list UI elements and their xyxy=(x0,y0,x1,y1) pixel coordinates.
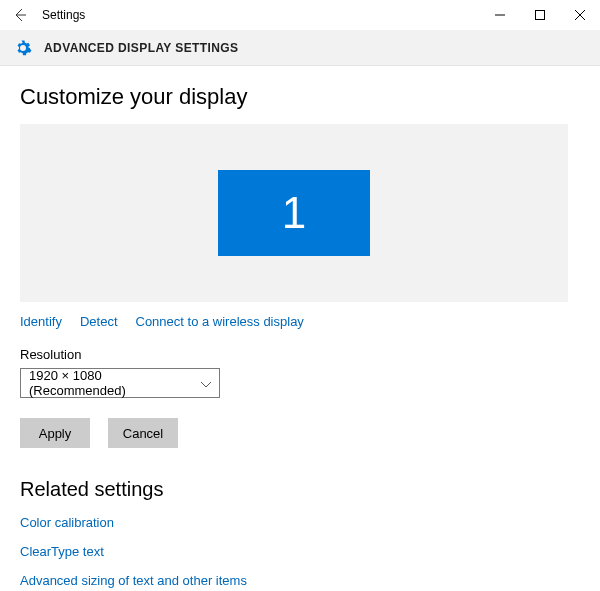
gear-icon xyxy=(14,39,32,57)
window-title: Settings xyxy=(42,8,85,22)
header-strip: ADVANCED DISPLAY SETTINGS xyxy=(0,30,600,66)
window-controls xyxy=(480,0,600,30)
maximize-button[interactable] xyxy=(520,0,560,30)
resolution-select[interactable]: 1920 × 1080 (Recommended) xyxy=(20,368,220,398)
apply-button[interactable]: Apply xyxy=(20,418,90,448)
page-header-title: ADVANCED DISPLAY SETTINGS xyxy=(44,41,238,55)
monitor-1[interactable]: 1 xyxy=(218,170,370,256)
back-button[interactable] xyxy=(8,3,32,27)
main-content: Customize your display 1 Identify Detect… xyxy=(0,66,600,591)
display-preview: 1 xyxy=(20,124,568,302)
main-heading: Customize your display xyxy=(20,84,580,110)
resolution-label: Resolution xyxy=(20,347,580,362)
detect-link[interactable]: Detect xyxy=(80,314,118,329)
titlebar-left: Settings xyxy=(8,3,85,27)
button-row: Apply Cancel xyxy=(20,418,580,448)
minimize-icon xyxy=(495,10,505,20)
resolution-selected-value: 1920 × 1080 (Recommended) xyxy=(29,368,201,398)
cancel-button[interactable]: Cancel xyxy=(108,418,178,448)
chevron-down-icon xyxy=(201,376,211,391)
titlebar: Settings xyxy=(0,0,600,30)
advanced-sizing-link[interactable]: Advanced sizing of text and other items xyxy=(20,573,580,588)
svg-rect-1 xyxy=(536,11,545,20)
related-links: Color calibration ClearType text Advance… xyxy=(20,515,580,591)
identify-link[interactable]: Identify xyxy=(20,314,62,329)
cleartype-link[interactable]: ClearType text xyxy=(20,544,580,559)
minimize-button[interactable] xyxy=(480,0,520,30)
back-arrow-icon xyxy=(12,7,28,23)
related-heading: Related settings xyxy=(20,478,580,501)
connect-wireless-link[interactable]: Connect to a wireless display xyxy=(136,314,304,329)
close-button[interactable] xyxy=(560,0,600,30)
close-icon xyxy=(575,10,585,20)
color-calibration-link[interactable]: Color calibration xyxy=(20,515,580,530)
display-action-links: Identify Detect Connect to a wireless di… xyxy=(20,314,580,329)
maximize-icon xyxy=(535,10,545,20)
